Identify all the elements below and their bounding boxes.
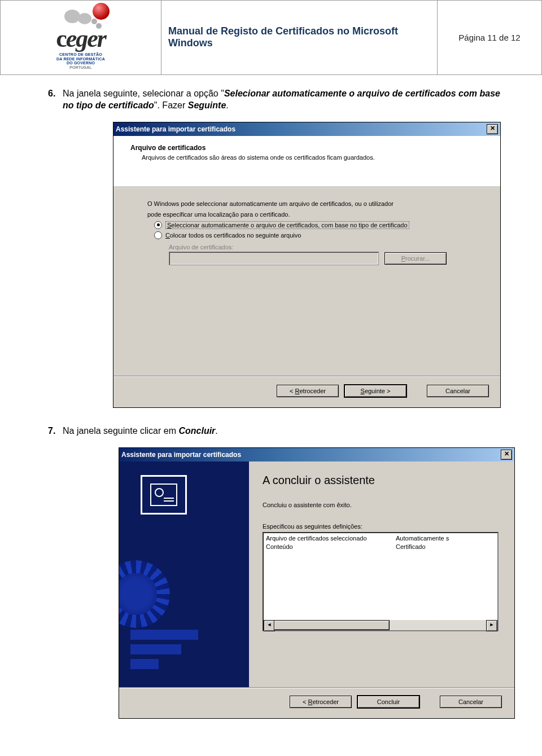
logo-name: ceger xyxy=(56,27,106,51)
import-wizard-store-dialog: Assistente para importar certificados ✕ … xyxy=(113,122,501,408)
radio-icon xyxy=(154,221,162,229)
next-button[interactable]: Seguinte > xyxy=(344,385,406,397)
radio-place-all-certs[interactable]: Colocar todos os certificados no seguint… xyxy=(154,231,477,239)
dialog2-title-text: Assistente para importar certificados xyxy=(121,451,241,459)
logo-subtitle: CENTRO DE GESTÃO DA REDE INFORMÁTICA DO … xyxy=(56,52,105,70)
radio-icon xyxy=(154,231,162,239)
list-item: Automaticamente s xyxy=(396,534,449,543)
step-6-text: Na janela seguinte, selecionar a opção "… xyxy=(63,87,508,112)
certificate-icon xyxy=(141,475,187,515)
banner-bars-icon xyxy=(130,630,209,674)
cancel-button[interactable]: Cancelar xyxy=(440,696,502,708)
dialog1-heading: Arquivo de certificados xyxy=(130,144,487,152)
import-wizard-finish-dialog: Assistente para importar certificados ✕ … xyxy=(119,447,515,719)
dialog2-subtext: Concluiu o assistente com êxito. xyxy=(263,502,500,508)
rosette-icon xyxy=(119,560,170,628)
finish-button[interactable]: Concluir xyxy=(357,696,419,708)
close-icon[interactable]: ✕ xyxy=(487,124,498,134)
list-item: Arquivo de certificados seleccionado xyxy=(266,534,396,543)
step-7-text: Na janela seguinte clicar em Concluir. xyxy=(63,425,508,437)
step-6-number: 6. xyxy=(48,87,63,112)
scroll-right-icon[interactable]: ► xyxy=(486,620,497,631)
list-item: Conteúdo xyxy=(266,543,396,551)
settings-listbox[interactable]: Arquivo de certificados seleccionado Con… xyxy=(263,532,499,631)
close-icon[interactable]: ✕ xyxy=(501,450,512,460)
dialog1-title-text: Assistente para importar certificados xyxy=(116,125,235,133)
dialog1-header-panel: Arquivo de certificados Arquivos de cert… xyxy=(113,136,500,187)
cancel-button[interactable]: Cancelar xyxy=(427,385,489,397)
back-button[interactable]: < Retroceder xyxy=(277,385,339,397)
logo-cell: ceger CENTRO DE GESTÃO DA REDE INFORMÁTI… xyxy=(1,1,161,75)
dialog1-intro-line1: O Windows pode seleccionar automaticamen… xyxy=(147,200,477,208)
dialog1-titlebar: Assistente para importar certificados ✕ xyxy=(113,122,500,136)
dialog1-subheading: Arquivos de certificados são áreas do si… xyxy=(142,154,487,161)
ceger-logo: ceger CENTRO DE GESTÃO DA REDE INFORMÁTI… xyxy=(7,5,154,70)
scroll-left-icon[interactable]: ◄ xyxy=(264,620,275,631)
store-field-label: Arquivo de certificados: xyxy=(169,244,477,250)
wizard-side-banner xyxy=(119,461,249,687)
scroll-thumb[interactable] xyxy=(274,620,390,630)
dialog2-button-row: < Retroceder Concluir Cancelar xyxy=(119,687,514,718)
page-header: ceger CENTRO DE GESTÃO DA REDE INFORMÁTI… xyxy=(0,0,542,75)
list-item: Certificado xyxy=(396,543,449,551)
dialog2-heading: A concluir o assistente xyxy=(263,474,500,487)
dialog1-intro-line2: pode especificar uma localização para o … xyxy=(147,210,477,219)
store-path-input xyxy=(169,252,379,265)
back-button[interactable]: < Retroceder xyxy=(290,696,352,708)
browse-button: Procurar... xyxy=(384,252,447,265)
page-number: Página 11 de 12 xyxy=(438,1,542,75)
step-7-number: 7. xyxy=(48,425,63,437)
dialog2-titlebar: Assistente para importar certificados ✕ xyxy=(119,448,514,461)
sphere-icon xyxy=(93,3,110,20)
radio-auto-select-store[interactable]: Seleccionar automaticamente o arquivo de… xyxy=(154,221,477,229)
step-7: 7. Na janela seguinte clicar em Concluir… xyxy=(48,425,508,437)
dialog1-button-row: < Retroceder Seguinte > Cancelar xyxy=(113,377,500,407)
step-6: 6. Na janela seguinte, selecionar a opçã… xyxy=(48,87,508,112)
horizontal-scrollbar[interactable]: ◄ ► xyxy=(264,620,497,630)
doc-title: Manual de Registo de Certificados no Mic… xyxy=(161,1,438,75)
settings-label: Especificou as seguintes definições: xyxy=(263,523,500,530)
